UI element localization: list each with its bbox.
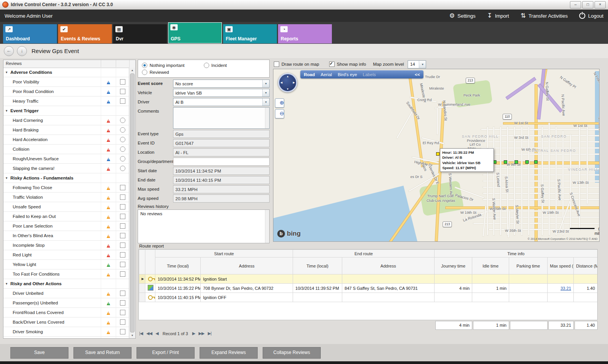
review-item-row[interactable]: Collision▲! <box>3 145 129 154</box>
settings-button[interactable]: ⚙ Settings <box>449 13 475 19</box>
review-item-checkbox[interactable] <box>120 214 125 219</box>
zoom-in-button[interactable]: ⊕ <box>275 98 284 108</box>
close-button[interactable]: × <box>595 1 606 8</box>
col-end-time[interactable]: Time (local) <box>293 258 342 274</box>
zoom-out-button[interactable]: ⊖ <box>275 109 284 118</box>
pan-west-icon[interactable]: ◀ <box>280 81 282 84</box>
nav-down-button[interactable]: ↓ <box>17 46 27 56</box>
map-aerial-button[interactable]: Aerial <box>321 72 332 77</box>
review-group-row[interactable]: ▾Risky Actions - Fundamentals <box>3 173 129 183</box>
transfer-activities-button[interactable]: ⇅ Transfer Activities <box>521 13 568 19</box>
review-item-checkbox[interactable] <box>120 223 125 229</box>
review-item-row[interactable]: Operating Handled Device▲! <box>3 337 129 338</box>
map-birdseye-button[interactable]: Bird's eye <box>338 72 357 77</box>
col-end-address[interactable]: Address <box>342 258 435 274</box>
import-button[interactable]: ↧ Import <box>487 13 509 19</box>
review-item-checkbox[interactable] <box>120 300 125 306</box>
review-item-row[interactable]: In Other's Blind Area▲! <box>3 231 129 241</box>
review-item-row[interactable]: Heavy Traffic▲! <box>3 96 129 106</box>
draw-route-checkbox[interactable] <box>274 61 279 67</box>
review-item-row[interactable]: Too Fast For Conditions▲! <box>3 269 129 279</box>
tab-reports[interactable]: ◔Reports <box>278 24 332 43</box>
route-point-marker[interactable] <box>515 160 518 164</box>
tab-events-reviews[interactable]: ✔Events & Reviews <box>58 24 112 43</box>
review-item-checkbox[interactable] <box>120 204 125 209</box>
col-max-speed[interactable]: Max speed (MPH) <box>548 258 574 274</box>
maximize-button[interactable]: □ <box>582 1 593 8</box>
collapse-icon[interactable]: ▾ <box>3 109 10 113</box>
review-item-checkbox[interactable] <box>120 319 125 325</box>
review-item-row[interactable]: Red Light▲! <box>3 250 129 260</box>
driver-select[interactable]: Al B▼ <box>173 98 270 106</box>
review-item-checkbox[interactable] <box>120 291 125 296</box>
review-item-checkbox[interactable] <box>120 271 125 277</box>
max-speed-link[interactable]: 33.21 <box>561 286 571 291</box>
route-row[interactable]: 10/3/2014 11:35:22 PM708 Bynner Dr, San … <box>139 284 598 293</box>
status-option-reviewed[interactable]: Reviewed <box>142 70 204 75</box>
review-item-checkbox[interactable] <box>120 252 125 258</box>
map-labels-button[interactable]: Labels <box>363 72 376 77</box>
vehicle-select[interactable]: idrive Van SB▼ <box>173 89 270 97</box>
col-idle-time[interactable]: Idle time <box>472 258 509 274</box>
pager-next-fast-button[interactable]: ▶▶ <box>198 331 204 336</box>
map-nav-collapse-button[interactable]: << <box>415 72 420 77</box>
collapse-icon[interactable]: ▾ <box>3 282 10 286</box>
review-item-checkbox[interactable] <box>120 329 125 334</box>
route-row[interactable]: 10/3/2014 11:40:15 PMIgnition OFF <box>139 293 598 302</box>
review-item-checkbox[interactable] <box>120 262 125 267</box>
group-department-field[interactable] <box>173 158 270 166</box>
review-item-radio[interactable] <box>120 127 125 133</box>
event-score-select[interactable]: No score▼ <box>173 80 270 88</box>
reviews-scrollbar[interactable]: ▲ ▼ <box>129 68 135 338</box>
map[interactable]: Trudie DrN Front StN Gaffey PlPeck ParkM… <box>273 69 600 242</box>
expand-reviews-button[interactable]: Expand Reviews <box>200 347 258 359</box>
map-road-button[interactable]: Road <box>304 72 315 77</box>
pan-south-icon[interactable]: ▼ <box>287 88 289 90</box>
collapse-icon[interactable]: ▾ <box>3 176 10 180</box>
review-item-row[interactable]: Hard Braking▲! <box>3 125 129 135</box>
pager-next-button[interactable]: ▶ <box>192 331 195 336</box>
scroll-up-icon[interactable]: ▲ <box>131 68 134 73</box>
show-map-info-checkbox[interactable] <box>329 61 335 67</box>
review-item-row[interactable]: Failed to Keep an Out▲! <box>3 212 129 221</box>
review-group-row[interactable]: ▾Event Trigger <box>3 106 129 116</box>
status-option-incident[interactable]: Incident <box>204 63 266 68</box>
review-item-row[interactable]: Slapping the camera!▲! <box>3 164 129 173</box>
review-item-row[interactable]: Poor Road Condition▲! <box>3 87 129 96</box>
pager-last-button[interactable]: ▶| <box>208 331 211 336</box>
route-point-marker[interactable] <box>525 160 529 164</box>
review-item-radio[interactable] <box>120 137 125 142</box>
scroll-down-icon[interactable]: ▼ <box>131 333 134 338</box>
review-item-row[interactable]: Traffic Violation▲! <box>3 193 129 202</box>
review-item-checkbox[interactable] <box>120 79 125 85</box>
review-item-row[interactable]: Following Too Close▲! <box>3 183 129 193</box>
review-item-row[interactable]: Yellow Light▲! <box>3 260 129 269</box>
review-item-radio[interactable] <box>120 166 125 171</box>
route-point-marker[interactable] <box>436 152 440 156</box>
review-group-row[interactable]: ▾Risky and Other Actions <box>3 279 129 289</box>
route-point-marker[interactable] <box>504 160 507 164</box>
col-distance[interactable]: Distance (Miles) <box>574 258 598 274</box>
history-scrollbar[interactable] <box>265 210 269 243</box>
review-item-checkbox[interactable] <box>120 98 125 104</box>
review-item-row[interactable]: Hard Acceleration▲! <box>3 135 129 145</box>
pager-first-button[interactable]: |◀ <box>139 331 143 336</box>
review-item-checkbox[interactable] <box>120 185 125 190</box>
review-item-row[interactable]: Front/Road Lens Covered▲! <box>3 308 129 317</box>
map-zoom-select[interactable]: 14 ▼ <box>408 60 426 68</box>
review-item-checkbox[interactable] <box>120 233 125 238</box>
nav-back-button[interactable]: ← <box>4 46 14 56</box>
export-print-button[interactable]: Export / Print <box>137 347 195 359</box>
tab-gps[interactable]: ◉GPS <box>168 22 222 43</box>
review-item-row[interactable]: Poor Lane Selection▲! <box>3 221 129 231</box>
save-and-return-button[interactable]: Save and Return <box>73 347 132 359</box>
collapse-reviews-button[interactable]: Collapse Reviews <box>263 347 321 359</box>
col-journey-time[interactable]: Journey time <box>435 258 472 274</box>
review-item-radio[interactable] <box>120 146 125 152</box>
tab-fleet-manager[interactable]: ▣Fleet Manager <box>223 24 277 43</box>
minimize-button[interactable]: – <box>570 1 581 8</box>
review-item-radio[interactable] <box>120 156 125 161</box>
review-item-row[interactable]: Unsafe Speed▲! <box>3 202 129 212</box>
collapse-icon[interactable]: ▾ <box>3 70 10 74</box>
col-start-time[interactable]: Time (local) <box>155 258 201 274</box>
